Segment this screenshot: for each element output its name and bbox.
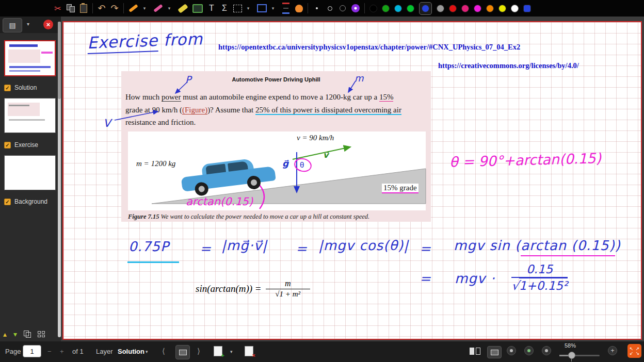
- toolbar-separator: [123, 3, 124, 13]
- page-label: Page: [5, 348, 21, 355]
- text-tool-button[interactable]: T: [207, 2, 216, 14]
- zoom-slider-handle[interactable]: [568, 352, 575, 359]
- color-swatch-gray[interactable]: [437, 5, 444, 12]
- sidebar-header: ▤ ▾ ×: [0, 17, 61, 33]
- pen-tool-button[interactable]: [128, 2, 138, 14]
- select-tool-button[interactable]: [233, 2, 242, 14]
- cut-icon[interactable]: ✂: [54, 2, 62, 14]
- color-swatch-green[interactable]: [382, 5, 390, 12]
- color-swatch-cyan[interactable]: [394, 5, 402, 12]
- sidebar: ▤ ▾ × ✓ Solution ✓ Exercise ✓: [0, 17, 61, 341]
- layer-checkbox-exercise[interactable]: ✓: [4, 142, 11, 149]
- layer-label-exercise[interactable]: Exercise: [14, 141, 38, 149]
- color-swatch-blue-selected[interactable]: [419, 2, 432, 15]
- color-swatch-magenta[interactable]: [474, 5, 481, 12]
- page-count-label: of 1: [72, 348, 84, 355]
- page-number-input[interactable]: [23, 345, 41, 357]
- move-layer-up-icon[interactable]: ▴: [3, 330, 7, 338]
- statusbar-toggle-touch-button[interactable]: [542, 346, 551, 355]
- statusbar-toggle-pen-button[interactable]: [507, 346, 516, 355]
- arctan-annotation: arctan(0.15): [186, 195, 253, 208]
- zoom-slider-track[interactable]: [559, 355, 600, 356]
- layer-checkbox-background[interactable]: ✓: [4, 199, 11, 205]
- handwritten-heading: Exercise from: [87, 29, 203, 52]
- eq1-equals-3: =: [420, 241, 431, 256]
- color-swatch-yellow[interactable]: [498, 5, 506, 12]
- presentation-mode-button[interactable]: [487, 346, 502, 358]
- zoom-in-button[interactable]: +: [608, 346, 617, 355]
- sidebar-scrollbar[interactable]: [58, 22, 61, 337]
- redo-icon[interactable]: ↷: [110, 2, 119, 14]
- fullscreen-button[interactable]: ↖ ↗ ↙ ↘: [627, 344, 641, 358]
- color-swatch-white[interactable]: [511, 5, 519, 12]
- move-layer-down-icon[interactable]: ▾: [13, 330, 17, 338]
- color-swatch-rose[interactable]: [461, 5, 469, 12]
- previous-layer-icon[interactable]: ⟨: [162, 347, 165, 356]
- formula-numerator: m: [285, 279, 291, 288]
- hand-tool-button[interactable]: [295, 2, 303, 14]
- zoom-value-label: 58%: [565, 342, 576, 349]
- statusbar-toggle-eraser-button[interactable]: [524, 346, 534, 355]
- page-decrement-button[interactable]: −: [47, 348, 52, 355]
- math-tex-tool-button[interactable]: Σ: [220, 2, 229, 14]
- eq1-equals-2: =: [296, 241, 308, 256]
- document-page[interactable]: Exercise from https://opentextbc.ca/univ…: [62, 21, 642, 340]
- layer-preview-exercise[interactable]: [4, 98, 56, 133]
- velocity-label: v = 90 km/h: [297, 134, 334, 142]
- dual-page-view-button[interactable]: [470, 348, 480, 356]
- highlighter-tool-button[interactable]: [178, 2, 188, 14]
- add-layer-chevron-icon[interactable]: ▾: [230, 349, 233, 354]
- delete-layer-button[interactable]: ×: [245, 346, 253, 358]
- shape-recognizer-icon[interactable]: [351, 2, 360, 14]
- eq1-equals-1: =: [200, 241, 212, 256]
- heading-word-from: from: [163, 29, 203, 50]
- eq2-fraction: 0.15 √1+0.15²: [511, 262, 568, 292]
- color-swatch-blue[interactable]: [422, 5, 429, 12]
- layer-preview-background[interactable]: [4, 155, 56, 190]
- color-swatch-orange[interactable]: [486, 5, 494, 12]
- layer-checkbox-solution[interactable]: ✓: [4, 85, 11, 91]
- sidebar-mode-chevron-icon[interactable]: ▾: [27, 21, 29, 27]
- color-swatch-lightgreen[interactable]: [407, 5, 414, 12]
- gravity-vector-label: g⃗: [282, 158, 288, 169]
- pen-dropdown-chevron-icon[interactable]: ▾: [140, 2, 149, 14]
- select-dropdown-chevron-icon[interactable]: ▾: [244, 2, 252, 14]
- screen-icon: [179, 350, 187, 355]
- shape-tool-button[interactable]: [257, 2, 267, 14]
- theta-equation: θ = 90°+arctan(0.15): [449, 150, 602, 170]
- pen2-dropdown-chevron-icon[interactable]: ▾: [165, 2, 173, 14]
- sidebar-mode-button[interactable]: ▤: [3, 18, 22, 32]
- next-layer-icon[interactable]: ⟩: [197, 347, 200, 356]
- layer-selector-value[interactable]: Solution: [118, 348, 144, 355]
- color-swatch-black[interactable]: [369, 5, 377, 12]
- layer-selector-chevron-icon[interactable]: ▾: [146, 349, 148, 354]
- layer-preview-solution[interactable]: [4, 40, 56, 76]
- zoom-slider-tick: [571, 359, 572, 361]
- stroke-size-fine-button[interactable]: [313, 2, 321, 14]
- pen2-tool-button[interactable]: [153, 2, 163, 14]
- annotation-m: m: [355, 73, 364, 84]
- layer-row-exercise: ✓ Exercise: [4, 141, 38, 149]
- layer-view-button[interactable]: [175, 345, 190, 359]
- undo-icon[interactable]: ↶: [98, 2, 106, 14]
- duplicate-layer-icon[interactable]: [24, 331, 31, 338]
- copy-icon[interactable]: [67, 2, 75, 14]
- image-tool-button[interactable]: [192, 2, 203, 14]
- stroke-size-thick-button[interactable]: [339, 2, 347, 14]
- color-picker-swatch[interactable]: [523, 5, 531, 12]
- merge-layer-icon[interactable]: [38, 331, 45, 337]
- figure-caption-text: We want to calculate the power needed to…: [159, 213, 369, 220]
- layer-label-background[interactable]: Background: [14, 198, 47, 205]
- main-toolbar: ✂ ↶ ↷ ▾ ▾ T Σ ▾ ▾: [0, 0, 644, 17]
- page-increment-button[interactable]: +: [60, 348, 64, 355]
- add-layer-button[interactable]: +: [214, 346, 222, 358]
- vertical-space-tool-button[interactable]: [282, 2, 290, 14]
- stroke-size-medium-button[interactable]: [326, 2, 334, 14]
- color-swatch-red[interactable]: [449, 5, 457, 12]
- paste-icon[interactable]: [79, 2, 88, 14]
- layer-label-solution[interactable]: Solution: [14, 84, 37, 91]
- layer-row-solution: ✓ Solution: [4, 84, 37, 91]
- shape-dropdown-chevron-icon[interactable]: ▾: [269, 2, 277, 14]
- sidebar-close-button[interactable]: ×: [43, 20, 53, 29]
- figure-caption-label: Figure 7.15: [128, 213, 159, 220]
